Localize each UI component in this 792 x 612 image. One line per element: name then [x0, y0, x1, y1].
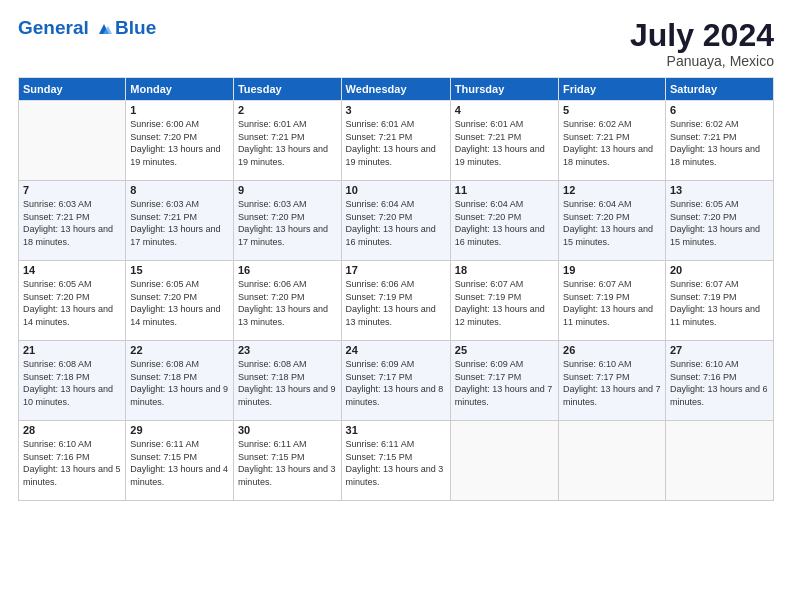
day-info: Sunrise: 6:10 AMSunset: 7:16 PMDaylight:…: [670, 358, 769, 408]
calendar-body: 1Sunrise: 6:00 AMSunset: 7:20 PMDaylight…: [19, 101, 774, 501]
calendar-cell: 26Sunrise: 6:10 AMSunset: 7:17 PMDayligh…: [559, 341, 666, 421]
header-row: Sunday Monday Tuesday Wednesday Thursday…: [19, 78, 774, 101]
calendar-cell: 28Sunrise: 6:10 AMSunset: 7:16 PMDayligh…: [19, 421, 126, 501]
day-number: 26: [563, 344, 661, 356]
calendar-cell: 4Sunrise: 6:01 AMSunset: 7:21 PMDaylight…: [450, 101, 558, 181]
calendar-cell: 29Sunrise: 6:11 AMSunset: 7:15 PMDayligh…: [126, 421, 234, 501]
day-info: Sunrise: 6:08 AMSunset: 7:18 PMDaylight:…: [23, 358, 121, 408]
calendar-cell: 21Sunrise: 6:08 AMSunset: 7:18 PMDayligh…: [19, 341, 126, 421]
day-info: Sunrise: 6:02 AMSunset: 7:21 PMDaylight:…: [670, 118, 769, 168]
day-info: Sunrise: 6:08 AMSunset: 7:18 PMDaylight:…: [238, 358, 337, 408]
day-info: Sunrise: 6:07 AMSunset: 7:19 PMDaylight:…: [670, 278, 769, 328]
calendar-cell: 31Sunrise: 6:11 AMSunset: 7:15 PMDayligh…: [341, 421, 450, 501]
calendar-cell: [559, 421, 666, 501]
calendar-week-4: 21Sunrise: 6:08 AMSunset: 7:18 PMDayligh…: [19, 341, 774, 421]
calendar-week-1: 1Sunrise: 6:00 AMSunset: 7:20 PMDaylight…: [19, 101, 774, 181]
day-info: Sunrise: 6:05 AMSunset: 7:20 PMDaylight:…: [130, 278, 229, 328]
day-info: Sunrise: 6:06 AMSunset: 7:19 PMDaylight:…: [346, 278, 446, 328]
day-number: 3: [346, 104, 446, 116]
day-info: Sunrise: 6:03 AMSunset: 7:21 PMDaylight:…: [23, 198, 121, 248]
day-info: Sunrise: 6:02 AMSunset: 7:21 PMDaylight:…: [563, 118, 661, 168]
day-number: 15: [130, 264, 229, 276]
page: General Blue July 2024 Panuaya, Mexico S…: [0, 0, 792, 612]
calendar-cell: 13Sunrise: 6:05 AMSunset: 7:20 PMDayligh…: [665, 181, 773, 261]
day-number: 30: [238, 424, 337, 436]
day-number: 2: [238, 104, 337, 116]
calendar-cell: 7Sunrise: 6:03 AMSunset: 7:21 PMDaylight…: [19, 181, 126, 261]
day-number: 27: [670, 344, 769, 356]
day-info: Sunrise: 6:05 AMSunset: 7:20 PMDaylight:…: [23, 278, 121, 328]
day-number: 7: [23, 184, 121, 196]
day-number: 18: [455, 264, 554, 276]
calendar-week-3: 14Sunrise: 6:05 AMSunset: 7:20 PMDayligh…: [19, 261, 774, 341]
calendar-cell: 2Sunrise: 6:01 AMSunset: 7:21 PMDaylight…: [233, 101, 341, 181]
day-info: Sunrise: 6:01 AMSunset: 7:21 PMDaylight:…: [455, 118, 554, 168]
calendar-header: Sunday Monday Tuesday Wednesday Thursday…: [19, 78, 774, 101]
day-info: Sunrise: 6:11 AMSunset: 7:15 PMDaylight:…: [346, 438, 446, 488]
day-info: Sunrise: 6:07 AMSunset: 7:19 PMDaylight:…: [455, 278, 554, 328]
calendar-cell: 15Sunrise: 6:05 AMSunset: 7:20 PMDayligh…: [126, 261, 234, 341]
day-info: Sunrise: 6:04 AMSunset: 7:20 PMDaylight:…: [563, 198, 661, 248]
calendar-cell: 17Sunrise: 6:06 AMSunset: 7:19 PMDayligh…: [341, 261, 450, 341]
calendar-cell: 6Sunrise: 6:02 AMSunset: 7:21 PMDaylight…: [665, 101, 773, 181]
day-info: Sunrise: 6:11 AMSunset: 7:15 PMDaylight:…: [130, 438, 229, 488]
day-number: 10: [346, 184, 446, 196]
day-number: 28: [23, 424, 121, 436]
calendar-cell: 9Sunrise: 6:03 AMSunset: 7:20 PMDaylight…: [233, 181, 341, 261]
calendar-cell: 20Sunrise: 6:07 AMSunset: 7:19 PMDayligh…: [665, 261, 773, 341]
day-number: 19: [563, 264, 661, 276]
calendar-cell: 25Sunrise: 6:09 AMSunset: 7:17 PMDayligh…: [450, 341, 558, 421]
day-info: Sunrise: 6:07 AMSunset: 7:19 PMDaylight:…: [563, 278, 661, 328]
day-number: 8: [130, 184, 229, 196]
title-block: July 2024 Panuaya, Mexico: [630, 18, 774, 69]
day-number: 11: [455, 184, 554, 196]
day-number: 25: [455, 344, 554, 356]
day-info: Sunrise: 6:09 AMSunset: 7:17 PMDaylight:…: [346, 358, 446, 408]
day-number: 17: [346, 264, 446, 276]
calendar-cell: 16Sunrise: 6:06 AMSunset: 7:20 PMDayligh…: [233, 261, 341, 341]
logo-general: General: [18, 18, 113, 39]
calendar-cell: 8Sunrise: 6:03 AMSunset: 7:21 PMDaylight…: [126, 181, 234, 261]
day-number: 31: [346, 424, 446, 436]
day-number: 1: [130, 104, 229, 116]
calendar-table: Sunday Monday Tuesday Wednesday Thursday…: [18, 77, 774, 501]
calendar-cell: 12Sunrise: 6:04 AMSunset: 7:20 PMDayligh…: [559, 181, 666, 261]
day-info: Sunrise: 6:08 AMSunset: 7:18 PMDaylight:…: [130, 358, 229, 408]
day-number: 21: [23, 344, 121, 356]
calendar-cell: 22Sunrise: 6:08 AMSunset: 7:18 PMDayligh…: [126, 341, 234, 421]
calendar-cell: [665, 421, 773, 501]
day-info: Sunrise: 6:06 AMSunset: 7:20 PMDaylight:…: [238, 278, 337, 328]
calendar-week-2: 7Sunrise: 6:03 AMSunset: 7:21 PMDaylight…: [19, 181, 774, 261]
day-number: 14: [23, 264, 121, 276]
calendar-cell: 10Sunrise: 6:04 AMSunset: 7:20 PMDayligh…: [341, 181, 450, 261]
calendar-cell: 3Sunrise: 6:01 AMSunset: 7:21 PMDaylight…: [341, 101, 450, 181]
logo: General Blue: [18, 18, 156, 39]
month-year: July 2024: [630, 18, 774, 53]
day-number: 5: [563, 104, 661, 116]
header-wednesday: Wednesday: [341, 78, 450, 101]
day-info: Sunrise: 6:11 AMSunset: 7:15 PMDaylight:…: [238, 438, 337, 488]
day-info: Sunrise: 6:03 AMSunset: 7:21 PMDaylight:…: [130, 198, 229, 248]
calendar-cell: 11Sunrise: 6:04 AMSunset: 7:20 PMDayligh…: [450, 181, 558, 261]
header-tuesday: Tuesday: [233, 78, 341, 101]
header-thursday: Thursday: [450, 78, 558, 101]
day-number: 24: [346, 344, 446, 356]
day-info: Sunrise: 6:09 AMSunset: 7:17 PMDaylight:…: [455, 358, 554, 408]
header-saturday: Saturday: [665, 78, 773, 101]
calendar-cell: 24Sunrise: 6:09 AMSunset: 7:17 PMDayligh…: [341, 341, 450, 421]
calendar-cell: 14Sunrise: 6:05 AMSunset: 7:20 PMDayligh…: [19, 261, 126, 341]
day-info: Sunrise: 6:01 AMSunset: 7:21 PMDaylight:…: [346, 118, 446, 168]
day-number: 6: [670, 104, 769, 116]
calendar-cell: 27Sunrise: 6:10 AMSunset: 7:16 PMDayligh…: [665, 341, 773, 421]
day-info: Sunrise: 6:00 AMSunset: 7:20 PMDaylight:…: [130, 118, 229, 168]
header-monday: Monday: [126, 78, 234, 101]
day-number: 16: [238, 264, 337, 276]
day-info: Sunrise: 6:04 AMSunset: 7:20 PMDaylight:…: [346, 198, 446, 248]
logo-icon: [95, 20, 113, 38]
calendar-cell: 23Sunrise: 6:08 AMSunset: 7:18 PMDayligh…: [233, 341, 341, 421]
header-friday: Friday: [559, 78, 666, 101]
calendar-cell: [450, 421, 558, 501]
calendar-cell: 18Sunrise: 6:07 AMSunset: 7:19 PMDayligh…: [450, 261, 558, 341]
day-number: 12: [563, 184, 661, 196]
header: General Blue July 2024 Panuaya, Mexico: [18, 18, 774, 69]
